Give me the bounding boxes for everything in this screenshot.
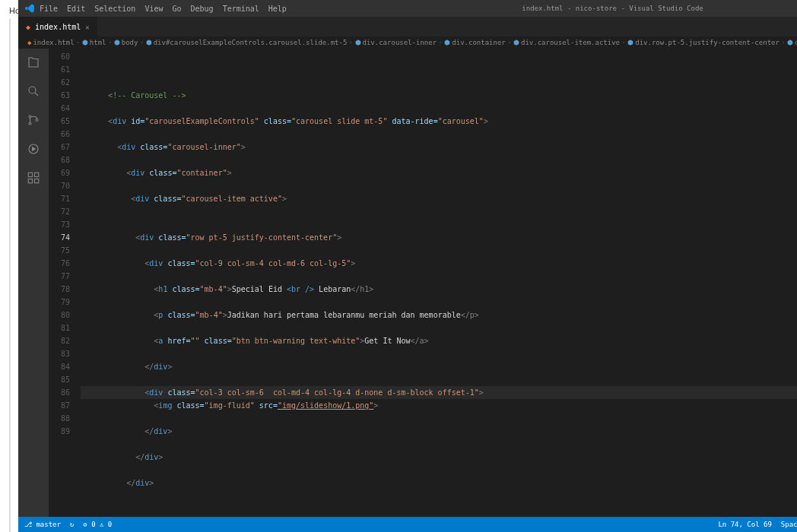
tab-index-html[interactable]: ◆ index.html ✕ bbox=[18, 17, 97, 36]
svg-rect-7 bbox=[28, 179, 32, 183]
browser-preview-panel: Homepage Home CATEGORY DESIGNER ABOUT 🛒 … bbox=[0, 0, 18, 532]
search-icon[interactable] bbox=[26, 84, 41, 99]
svg-point-2 bbox=[29, 122, 31, 125]
svg-point-0 bbox=[29, 87, 36, 93]
git-branch[interactable]: ⎇ master bbox=[24, 521, 61, 528]
menu-edit[interactable]: Edit bbox=[67, 5, 85, 13]
code-content[interactable]: <!-- Carousel --> <div id="carouselExamp… bbox=[81, 49, 797, 517]
vscode-logo-icon bbox=[24, 3, 35, 14]
hero-section: Home CATEGORY DESIGNER ABOUT 🛒 My Cart [… bbox=[10, 19, 11, 159]
html-file-icon: ◆ bbox=[26, 23, 30, 31]
extensions-icon[interactable] bbox=[26, 170, 41, 185]
problems[interactable]: ⊘ 0 ⚠ 0 bbox=[83, 521, 112, 528]
spesial-eid-section: Spesial Eid Promo pakaian cocok untuk le… bbox=[10, 207, 11, 342]
svg-point-1 bbox=[29, 116, 31, 118]
brands-row: UNIQLO PULL&BEAR ※CHANEL ✓ bbox=[10, 159, 11, 207]
svg-rect-6 bbox=[35, 173, 39, 176]
tab-close-icon[interactable]: ✕ bbox=[85, 24, 89, 31]
menu-debug[interactable]: Debug bbox=[191, 5, 214, 13]
source-control-icon[interactable] bbox=[26, 112, 41, 128]
menu-file[interactable]: File bbox=[40, 5, 58, 13]
cursor-position[interactable]: Ln 74, Col 69 bbox=[718, 521, 771, 528]
window-title: index.html - nico-store - Visual Studio … bbox=[287, 5, 797, 12]
menu-go[interactable]: Go bbox=[172, 5, 181, 13]
menu-selection[interactable]: Selection bbox=[94, 5, 135, 13]
line-numbers: 6061626364656667686970717273747576777879… bbox=[49, 49, 81, 517]
editor-tabs: ◆ index.html ✕ ⫟ ⋯ bbox=[18, 17, 797, 36]
breadcrumb[interactable]: ◆ index.html› ⬢ html› ⬢ body› ⬢ div#caro… bbox=[18, 36, 797, 49]
explorer-icon[interactable] bbox=[26, 55, 41, 70]
titlebar: File Edit Selection View Go Debug Termin… bbox=[18, 0, 797, 17]
activity-bar bbox=[18, 49, 49, 517]
svg-rect-5 bbox=[28, 173, 32, 176]
vscode-window: File Edit Selection View Go Debug Termin… bbox=[18, 0, 797, 532]
svg-rect-8 bbox=[35, 179, 39, 183]
svg-point-3 bbox=[36, 119, 38, 122]
menu-help[interactable]: Help bbox=[268, 5, 287, 13]
menu-bar: File Edit Selection View Go Debug Termin… bbox=[40, 5, 287, 13]
designers-section: Our Designers Pakaian terbaik dari desig… bbox=[10, 342, 11, 489]
menu-terminal[interactable]: Terminal bbox=[223, 5, 259, 13]
indentation[interactable]: Spaces: 4 bbox=[781, 521, 797, 528]
page-big-title: Nico Store - BuildWithAngga bbox=[10, 489, 11, 532]
sync-icon[interactable]: ↻ bbox=[70, 521, 74, 528]
code-editor[interactable]: 6061626364656667686970717273747576777879… bbox=[49, 49, 797, 517]
menu-view[interactable]: View bbox=[144, 5, 163, 13]
website-preview: Home CATEGORY DESIGNER ABOUT 🛒 My Cart [… bbox=[9, 18, 11, 532]
debug-icon[interactable] bbox=[26, 141, 41, 157]
status-bar: ⎇ master ↻ ⊘ 0 ⚠ 0 Ln 74, Col 69 Spaces:… bbox=[18, 517, 797, 532]
